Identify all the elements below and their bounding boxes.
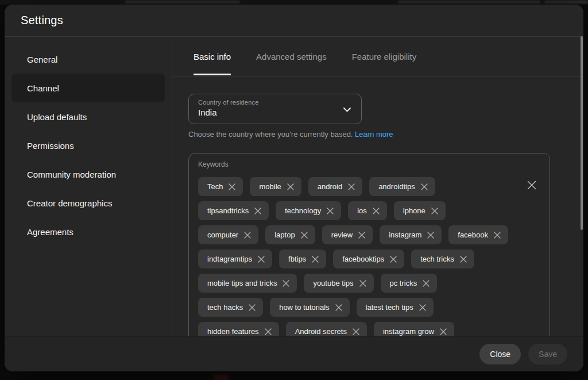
keyword-chip-label: facebooktips (342, 255, 384, 263)
keyword-chip-row: tipsandtrickstechnologyiosiphone (198, 201, 540, 220)
tab-basic-info[interactable]: Basic info (194, 37, 231, 76)
clear-all-keywords-icon[interactable] (527, 180, 537, 190)
keyword-chip-facebook[interactable]: facebook (448, 225, 508, 244)
remove-keyword-icon[interactable] (264, 328, 272, 336)
remove-keyword-icon[interactable] (347, 183, 355, 191)
keyword-chip-label: laptop (274, 231, 295, 239)
keyword-chip-technology[interactable]: technology (276, 201, 341, 220)
chevron-down-icon (342, 105, 352, 117)
keyword-chip-label: Android secrets (295, 327, 347, 336)
keyword-chip-mobile[interactable]: mobile (250, 177, 301, 196)
sidebar-item-community-moderation[interactable]: Community moderation (11, 160, 165, 189)
keyword-chip-tech[interactable]: Tech (198, 177, 243, 196)
sidebar-item-label: Permissions (27, 141, 74, 151)
keyword-chip-label: iphone (403, 206, 425, 215)
keyword-chip-tipsandtricks[interactable]: tipsandtricks (198, 201, 269, 220)
keyword-chip-instagram-grow[interactable]: instagram grow (374, 322, 454, 336)
remove-keyword-icon[interactable] (493, 231, 501, 239)
sidebar-item-label: Community moderation (27, 170, 116, 179)
remove-keyword-icon[interactable] (300, 231, 308, 239)
sidebar-item-creator-demographics[interactable]: Creator demographics (11, 189, 165, 217)
remove-keyword-icon[interactable] (419, 304, 427, 312)
keyword-chip-row: computerlaptopreviewinstagramfacebook (198, 225, 540, 244)
keyword-chip-label: ios (357, 206, 367, 215)
country-select-label: Country of residence (198, 99, 338, 106)
sidebar-item-upload-defaults[interactable]: Upload defaults (11, 102, 165, 131)
sidebar-item-permissions[interactable]: Permissions (11, 131, 165, 160)
remove-keyword-icon[interactable] (389, 255, 397, 263)
keywords-field[interactable]: Keywords Techmobileandroidandroidtipstip… (188, 153, 550, 336)
keyword-chip-pc-tricks[interactable]: pc tricks (381, 274, 438, 293)
remove-keyword-icon[interactable] (439, 328, 447, 336)
keyword-chip-android[interactable]: android (308, 177, 362, 196)
backdrop-text-fragment (544, 1, 588, 3)
remove-keyword-icon[interactable] (243, 231, 252, 239)
remove-keyword-icon[interactable] (431, 207, 439, 215)
remove-keyword-icon[interactable] (335, 304, 343, 312)
keyword-chip-label: latest tech tips (366, 303, 413, 312)
keyword-chip-laptop[interactable]: laptop (265, 225, 315, 244)
basic-info-panel[interactable]: Country of residence India Choose the co… (172, 76, 583, 336)
sidebar-item-general[interactable]: General (11, 45, 165, 74)
keyword-chip-tech-tricks[interactable]: tech tricks (411, 250, 474, 268)
tab-feature-eligibility[interactable]: Feature eligibility (352, 37, 417, 76)
remove-keyword-icon[interactable] (427, 231, 435, 239)
remove-keyword-icon[interactable] (459, 255, 467, 263)
remove-keyword-icon[interactable] (359, 279, 367, 287)
remove-keyword-icon[interactable] (422, 279, 430, 287)
keyword-chip-fbtips[interactable]: fbtips (279, 250, 326, 268)
keyword-chip-label: pc tricks (390, 279, 417, 287)
tab-label: Basic info (194, 52, 231, 62)
remove-keyword-icon[interactable] (257, 255, 265, 263)
remove-keyword-icon[interactable] (352, 328, 360, 336)
remove-keyword-icon[interactable] (228, 183, 236, 191)
keyword-chip-label: youtube tips (313, 279, 353, 287)
remove-keyword-icon[interactable] (248, 304, 256, 312)
tab-label: Advanced settings (256, 52, 327, 62)
keyword-chip-label: indtagramtips (207, 255, 252, 263)
remove-keyword-icon[interactable] (311, 255, 319, 263)
keyword-chip-review[interactable]: review (322, 225, 373, 244)
keyword-chip-iphone[interactable]: iphone (394, 201, 446, 220)
sidebar-item-agreements[interactable]: Agreements (11, 217, 165, 246)
country-of-residence-select[interactable]: Country of residence India (188, 94, 362, 124)
keyword-chip-how-to-tutorials[interactable]: how to tutorials (270, 298, 349, 317)
keyword-chip-label: computer (207, 231, 238, 239)
sidebar-item-channel[interactable]: Channel (11, 74, 165, 102)
backdrop-logo-smudge (214, 375, 229, 379)
keyword-chip-mobile-tips-and-tricks[interactable]: mobile tips and tricks (198, 274, 297, 293)
keyword-chip-tech-hacks[interactable]: tech hacks (198, 298, 263, 317)
content-area: Basic infoAdvanced settingsFeature eligi… (172, 37, 583, 336)
remove-keyword-icon[interactable] (254, 207, 262, 215)
keyword-chip-android-secrets[interactable]: Android secrets (286, 322, 367, 336)
country-select-value: India (198, 108, 338, 117)
backdrop-text-fragment (125, 1, 240, 3)
keyword-chip-label: android (318, 182, 342, 191)
tab-bar: Basic infoAdvanced settingsFeature eligi… (172, 37, 583, 76)
keyword-chip-latest-tech-tips[interactable]: latest tech tips (357, 298, 434, 317)
keyword-chip-computer[interactable]: computer (198, 225, 258, 244)
save-button[interactable]: Save (528, 344, 567, 364)
tab-advanced-settings[interactable]: Advanced settings (256, 37, 327, 76)
remove-keyword-icon[interactable] (326, 207, 334, 215)
learn-more-link[interactable]: Learn more (355, 130, 393, 139)
keyword-chip-label: tech hacks (207, 303, 243, 312)
keyword-chip-instagram[interactable]: instagram (380, 225, 442, 244)
remove-keyword-icon[interactable] (358, 231, 366, 239)
modal-footer: Close Save (5, 336, 583, 371)
dialog-scrollbar[interactable] (581, 36, 583, 230)
page-title: Settings (21, 14, 63, 27)
remove-keyword-icon[interactable] (282, 279, 290, 287)
keyword-chip-hidden-features[interactable]: hidden features (198, 322, 279, 336)
keyword-chip-youtube-tips[interactable]: youtube tips (304, 274, 373, 293)
remove-keyword-icon[interactable] (420, 183, 428, 191)
dimmed-page-background (0, 0, 588, 5)
keyword-chip-androidtips[interactable]: androidtips (369, 177, 435, 196)
close-button[interactable]: Close (479, 344, 521, 364)
keyword-chip-ios[interactable]: ios (348, 201, 387, 220)
keyword-chip-indtagramtips[interactable]: indtagramtips (198, 250, 272, 268)
sidebar-item-label: Creator demographics (27, 198, 112, 208)
remove-keyword-icon[interactable] (372, 207, 380, 215)
keyword-chip-facebooktips[interactable]: facebooktips (333, 250, 404, 268)
remove-keyword-icon[interactable] (287, 183, 295, 191)
